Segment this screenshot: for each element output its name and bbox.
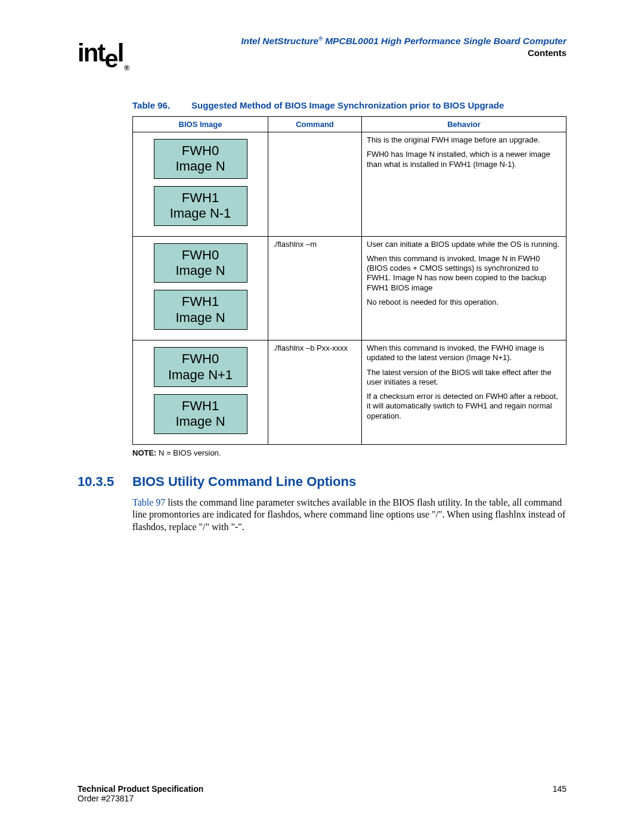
cell-behavior: User can initiate a BIOS update while th… bbox=[362, 236, 566, 340]
fwh-label: FWH0 bbox=[154, 143, 247, 159]
fwh-image: Image N bbox=[154, 310, 247, 326]
document-title: Intel NetStructure® MPCBL0001 High Perfo… bbox=[127, 36, 566, 47]
footer-order-number: Order #273817 bbox=[78, 794, 203, 803]
fwh-box: FWH1 Image N bbox=[154, 394, 247, 434]
page: intel® Intel NetStructure® MPCBL0001 Hig… bbox=[0, 0, 644, 833]
fwh-box: FWH1 Image N-1 bbox=[154, 186, 247, 226]
cell-command: ./flashlnx –b Pxx-xxxx bbox=[268, 340, 362, 445]
fwh-image: Image N+1 bbox=[154, 367, 247, 383]
behavior-text: FWH0 has Image N installed, which is a n… bbox=[367, 150, 561, 169]
fwh-box: FWH0 Image N bbox=[154, 139, 247, 179]
doc-title-suffix: MPCBL0001 High Performance Single Board … bbox=[323, 36, 566, 46]
registered-mark-sup: ® bbox=[318, 36, 323, 42]
page-header: intel® Intel NetStructure® MPCBL0001 Hig… bbox=[78, 36, 566, 64]
footer-page-number: 145 bbox=[553, 784, 566, 803]
cell-behavior: When this command is invoked, the FWH0 i… bbox=[362, 340, 566, 445]
behavior-text: The latest version of the BIOS will take… bbox=[367, 368, 561, 388]
fwh-label: FWH0 bbox=[154, 247, 247, 263]
footer-left: Technical Product Specification Order #2… bbox=[78, 784, 203, 803]
cell-command bbox=[268, 132, 362, 237]
page-footer: Technical Product Specification Order #2… bbox=[78, 784, 566, 803]
fwh-label: FWH1 bbox=[154, 398, 247, 414]
th-bios-image: BIOS Image bbox=[133, 117, 268, 132]
registered-mark: ® bbox=[124, 64, 128, 72]
th-command: Command bbox=[268, 117, 362, 132]
footer-spec-title: Technical Product Specification bbox=[78, 784, 203, 794]
cell-bios-image: FWH0 Image N FWH1 Image N-1 bbox=[133, 132, 268, 237]
table-title: Suggested Method of BIOS Image Synchroni… bbox=[191, 100, 504, 110]
table-row: FWH0 Image N FWH1 Image N ./flashlnx –m … bbox=[133, 236, 566, 340]
behavior-text: When this command is invoked, the FWH0 i… bbox=[367, 343, 561, 363]
header-text-block: Intel NetStructure® MPCBL0001 High Perfo… bbox=[127, 36, 566, 58]
table-caption: Table 96.Suggested Method of BIOS Image … bbox=[132, 100, 566, 110]
section-heading: 10.3.5BIOS Utility Command Line Options bbox=[78, 474, 566, 490]
bios-sync-table: BIOS Image Command Behavior FWH0 Image N… bbox=[132, 116, 566, 445]
cell-behavior: This is the original FWH image before an… bbox=[362, 132, 566, 237]
section-number: 10.3.5 bbox=[78, 474, 132, 490]
behavior-text: If a checksum error is detected on FWH0 … bbox=[367, 392, 561, 421]
table-number: Table 96. bbox=[132, 100, 170, 110]
note-text: N = BIOS version. bbox=[156, 448, 221, 457]
fwh-image: Image N bbox=[154, 414, 247, 429]
paragraph-text: lists the command line parameter switche… bbox=[132, 497, 565, 532]
fwh-label: FWH1 bbox=[154, 190, 247, 206]
table-note: NOTE: N = BIOS version. bbox=[132, 448, 566, 457]
behavior-text: User can initiate a BIOS update while th… bbox=[367, 240, 561, 249]
table-header-row: BIOS Image Command Behavior bbox=[133, 117, 566, 132]
contents-link[interactable]: Contents bbox=[127, 48, 566, 58]
fwh-label: FWH0 bbox=[154, 351, 247, 367]
fwh-box: FWH1 Image N bbox=[154, 290, 247, 330]
behavior-text: This is the original FWH image before an… bbox=[367, 135, 561, 145]
section-paragraph: Table 97 lists the command line paramete… bbox=[132, 497, 566, 534]
doc-title-prefix: Intel NetStructure bbox=[241, 36, 318, 46]
behavior-text: No reboot is needed for this operation. bbox=[367, 298, 561, 307]
fwh-image: Image N bbox=[154, 159, 247, 174]
intel-logo: intel® bbox=[78, 39, 127, 67]
section-title: BIOS Utility Command Line Options bbox=[132, 474, 356, 489]
th-behavior: Behavior bbox=[362, 117, 566, 132]
table-section: Table 96.Suggested Method of BIOS Image … bbox=[132, 100, 566, 457]
fwh-box: FWH0 Image N+1 bbox=[154, 347, 247, 387]
table-row: FWH0 Image N FWH1 Image N-1 This is the … bbox=[133, 132, 566, 237]
behavior-text: When this command is invoked, Image N in… bbox=[367, 254, 561, 293]
table-row: FWH0 Image N+1 FWH1 Image N ./flashlnx –… bbox=[133, 340, 566, 445]
table-xref-link[interactable]: Table 97 bbox=[132, 497, 165, 507]
fwh-image: Image N-1 bbox=[154, 206, 247, 221]
cell-bios-image: FWH0 Image N+1 FWH1 Image N bbox=[133, 340, 268, 445]
cell-command: ./flashlnx –m bbox=[268, 236, 362, 340]
note-label: NOTE: bbox=[132, 448, 156, 457]
fwh-image: Image N bbox=[154, 263, 247, 278]
cell-bios-image: FWH0 Image N FWH1 Image N bbox=[133, 236, 268, 340]
fwh-label: FWH1 bbox=[154, 294, 247, 309]
fwh-box: FWH0 Image N bbox=[154, 243, 247, 283]
